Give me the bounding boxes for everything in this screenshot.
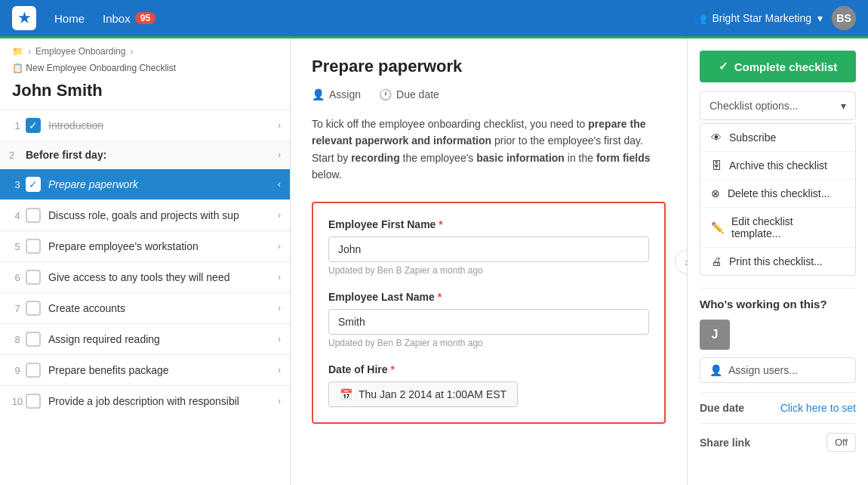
first-name-group: Employee First Name * Updated by Ben B Z…: [328, 218, 649, 276]
org-selector[interactable]: 👥 Bright Star Marketing ▾: [694, 12, 823, 24]
archive-menu-item[interactable]: 🗄 Archive this checklist: [700, 152, 855, 180]
chevron-right-icon: ›: [278, 272, 281, 283]
last-name-hint: Updated by Ben B Zapier a month ago: [328, 338, 649, 348]
chevron-right-icon: ›: [278, 210, 281, 221]
person-icon: 👤: [312, 88, 325, 100]
chevron-right-icon: ›: [278, 303, 281, 314]
options-menu: 👁 Subscribe 🗄 Archive this checklist ⊗ D…: [700, 123, 856, 276]
due-date-link[interactable]: Click here to set: [780, 402, 856, 414]
topnav-right: 👥 Bright Star Marketing ▾ BS: [694, 6, 857, 30]
checkmark-icon: ✓: [719, 60, 728, 73]
person-name: John Smith: [0, 76, 290, 110]
complete-checklist-button[interactable]: ✓ Complete checklist: [700, 51, 856, 82]
checkbox-9[interactable]: [26, 363, 41, 378]
home-link[interactable]: Home: [54, 12, 85, 25]
chevron-right-icon: ›: [278, 334, 281, 344]
subscribe-menu-item[interactable]: 👁 Subscribe: [700, 124, 855, 152]
assign-action[interactable]: 👤 Assign: [312, 88, 361, 100]
org-icon: 👥: [694, 12, 706, 24]
eye-icon: 👁: [711, 131, 722, 144]
delete-icon: ⊗: [711, 187, 720, 199]
list-item[interactable]: 1 ✓ Introduction ›: [0, 110, 290, 141]
share-label: Share link: [700, 437, 750, 449]
sidebar: 📁 › Employee Onboarding › 📋 New Employee…: [0, 39, 291, 485]
edit-icon: ✏️: [711, 221, 724, 233]
checkbox-4[interactable]: [26, 208, 41, 223]
list-item[interactable]: 5 Prepare employee's workstation ›: [0, 230, 290, 261]
checkbox-7[interactable]: [26, 301, 41, 316]
list-item[interactable]: 7 Create accounts ›: [0, 292, 290, 323]
doh-group: Date of Hire * 📅 Thu Jan 2 2014 at 1:00A…: [328, 363, 649, 407]
chevron-left-icon: ‹: [278, 179, 281, 190]
first-name-label: Employee First Name *: [328, 218, 649, 230]
checklist-icon: 📋: [12, 63, 23, 73]
due-date-row: Due date Click here to set: [700, 402, 856, 414]
doh-label: Date of Hire *: [328, 363, 649, 375]
task-title: Prepare paperwork: [312, 57, 666, 76]
app-logo[interactable]: ★: [12, 6, 36, 30]
doh-date-picker[interactable]: 📅 Thu Jan 2 2014 at 1:00AM EST: [328, 382, 518, 407]
chevron-right-icon: ›: [278, 241, 281, 252]
person-icon: 👤: [709, 364, 722, 376]
checkbox-10[interactable]: [26, 394, 41, 409]
share-row: Share link Off: [700, 433, 856, 452]
chevron-down-icon: ▾: [841, 100, 846, 112]
breadcrumb-folder-icon[interactable]: 📁: [12, 46, 23, 57]
inbox-link[interactable]: Inbox 95: [103, 12, 155, 25]
top-navigation: ★ Home Inbox 95 👥 Bright Star Marketing …: [0, 0, 868, 36]
clock-icon: 🕐: [379, 88, 392, 100]
right-panel: ✓ Complete checklist Checklist options..…: [687, 39, 868, 485]
org-dropdown-icon: ▾: [817, 12, 823, 24]
main-layout: 📁 › Employee Onboarding › 📋 New Employee…: [0, 36, 868, 485]
list-item[interactable]: 6 Give access to any tools they will nee…: [0, 261, 290, 292]
last-name-label: Employee Last Name *: [328, 291, 649, 303]
due-date-action[interactable]: 🕐 Due date: [379, 88, 439, 100]
divider: [700, 288, 856, 289]
panel-toggle-button[interactable]: ›: [675, 250, 687, 274]
share-toggle-button[interactable]: Off: [826, 433, 856, 452]
inbox-badge: 95: [135, 12, 155, 24]
checklist-subtitle: 📋 New Employee Onboarding Checklist: [0, 60, 290, 76]
checkbox-3[interactable]: ✓: [26, 177, 41, 192]
list-item[interactable]: 9 Prepare benefits package ›: [0, 354, 290, 385]
first-name-input[interactable]: [328, 236, 649, 262]
checkbox-6[interactable]: [26, 270, 41, 285]
checkbox-8[interactable]: [26, 332, 41, 347]
list-item[interactable]: 4 Discuss role, goals and projects with …: [0, 199, 290, 230]
last-name-group: Employee Last Name * Updated by Ben B Za…: [328, 291, 649, 348]
divider: [700, 423, 856, 424]
checkbox-5[interactable]: [26, 239, 41, 254]
chevron-right-icon: ›: [278, 396, 281, 406]
who-working-title: Who's working on this?: [700, 298, 856, 310]
checklist-options-button[interactable]: Checklist options... ▾: [700, 91, 856, 120]
breadcrumb-parent[interactable]: Employee Onboarding: [35, 46, 125, 57]
employee-form: Employee First Name * Updated by Ben B Z…: [312, 202, 666, 424]
task-description: To kick off the employee onboarding chec…: [312, 116, 666, 184]
print-menu-item[interactable]: 🖨 Print this checklist...: [700, 248, 855, 275]
chevron-right-icon: ›: [278, 150, 281, 160]
worker-avatar: J: [700, 320, 730, 350]
main-content: › Prepare paperwork 👤 Assign 🕐 Due date …: [291, 39, 687, 485]
list-item[interactable]: 8 Assign required reading ›: [0, 323, 290, 354]
list-item[interactable]: 3 ✓ Prepare paperwork ‹: [0, 168, 290, 199]
divider: [700, 392, 856, 393]
user-avatar[interactable]: BS: [832, 6, 856, 30]
assign-users-button[interactable]: 👤 Assign users...: [700, 357, 856, 383]
list-section-header: 2 Before first day: ›: [0, 141, 290, 168]
checkbox-1[interactable]: ✓: [26, 118, 41, 133]
edit-template-menu-item[interactable]: ✏️ Edit checklist template...: [700, 208, 855, 248]
delete-menu-item[interactable]: ⊗ Delete this checklist...: [700, 180, 855, 208]
last-name-input[interactable]: [328, 309, 649, 335]
checklist-list: 1 ✓ Introduction › 2 Before first day: ›…: [0, 110, 290, 416]
calendar-icon: 📅: [340, 388, 352, 400]
first-name-hint: Updated by Ben B Zapier a month ago: [328, 265, 649, 276]
due-date-label: Due date: [700, 402, 744, 414]
archive-icon: 🗄: [711, 159, 722, 171]
breadcrumb: 📁 › Employee Onboarding ›: [0, 39, 290, 60]
task-actions: 👤 Assign 🕐 Due date: [312, 88, 666, 100]
list-item[interactable]: 10 Provide a job description with respon…: [0, 385, 290, 416]
print-icon: 🖨: [711, 255, 722, 267]
chevron-right-icon: ›: [278, 120, 281, 131]
chevron-right-icon: ›: [278, 365, 281, 375]
